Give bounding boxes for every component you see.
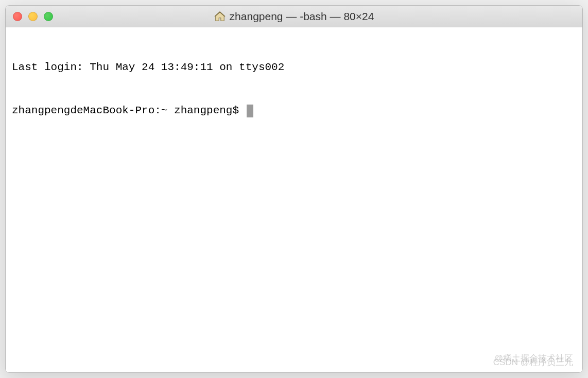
prompt-text: zhangpengdeMacBook-Pro:~ zhangpeng$: [12, 104, 246, 118]
last-login-line: Last login: Thu May 24 13:49:11 on ttys0…: [12, 60, 576, 75]
terminal-window: zhangpeng — -bash — 80×24 Last login: Th…: [5, 5, 583, 373]
last-login-text: Last login: Thu May 24 13:49:11 on ttys0…: [12, 60, 284, 75]
window-title: zhangpeng — -bash — 80×24: [230, 10, 374, 23]
close-button[interactable]: [13, 12, 22, 21]
minimize-button[interactable]: [28, 12, 38, 21]
title-area: zhangpeng — -bash — 80×24: [214, 10, 374, 23]
cursor: [247, 105, 253, 117]
titlebar[interactable]: zhangpeng — -bash — 80×24: [6, 6, 582, 27]
home-icon: [214, 11, 226, 22]
maximize-button[interactable]: [44, 12, 53, 21]
prompt-line: zhangpengdeMacBook-Pro:~ zhangpeng$: [12, 104, 576, 118]
traffic-lights: [13, 12, 53, 21]
terminal-content[interactable]: Last login: Thu May 24 13:49:11 on ttys0…: [6, 27, 582, 372]
